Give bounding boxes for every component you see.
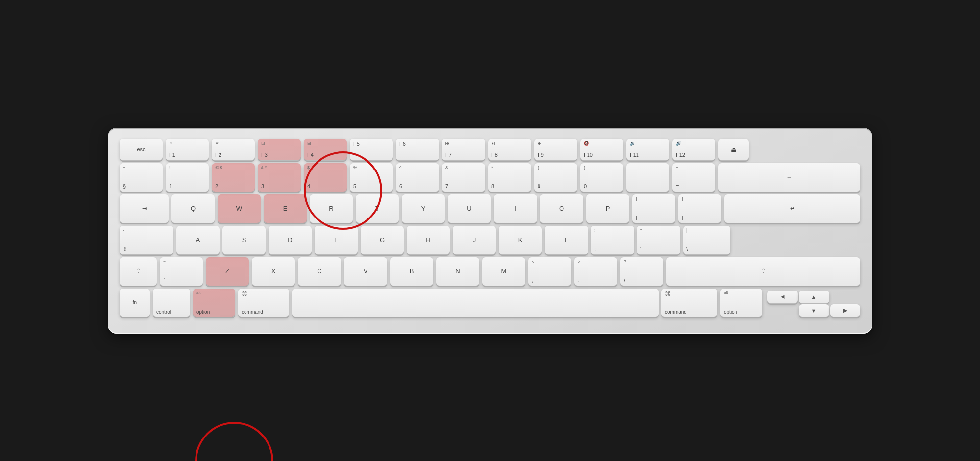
key-option-right[interactable]: alt option <box>720 289 762 317</box>
key-t[interactable]: T <box>356 194 399 223</box>
key-backslash[interactable]: | \ <box>683 226 730 254</box>
key-f[interactable]: F <box>315 226 358 254</box>
key-5[interactable]: % 5 <box>350 163 393 192</box>
key-a[interactable]: A <box>176 226 220 254</box>
key-f6-label: F6 <box>399 141 406 146</box>
key-3[interactable]: £ # 3 <box>258 163 301 192</box>
key-f5[interactable]: F5 <box>350 139 393 160</box>
key-g-label: G <box>380 236 385 243</box>
key-slash[interactable]: ? / <box>620 257 663 286</box>
key-c[interactable]: C <box>298 257 341 286</box>
key-s[interactable]: S <box>222 226 266 254</box>
key-equals-top: + <box>676 166 678 170</box>
key-f6[interactable]: F6 <box>396 139 439 160</box>
key-esc[interactable]: esc <box>120 139 163 160</box>
key-f11[interactable]: 🔉 F11 <box>626 139 669 160</box>
key-h[interactable]: H <box>407 226 450 254</box>
key-7[interactable]: & 7 <box>442 163 485 192</box>
key-rbracket-bottom: ] <box>682 215 683 220</box>
key-m[interactable]: M <box>482 257 525 286</box>
asdf-row: • ⇪ A S D F G H J <box>120 226 860 254</box>
key-f10[interactable]: 🔇 F10 <box>580 139 623 160</box>
key-2[interactable]: @ € 2 <box>212 163 255 192</box>
key-tilde-top: ± <box>123 166 125 170</box>
key-f9[interactable]: ⏭ F9 <box>534 139 577 160</box>
key-1[interactable]: ! 1 <box>166 163 209 192</box>
key-f7-label: F7 <box>445 152 452 158</box>
key-v[interactable]: V <box>344 257 387 286</box>
key-command-left[interactable]: ⌘ command <box>238 289 289 317</box>
key-8[interactable]: * 8 <box>488 163 531 192</box>
key-command-right-icon: ⌘ <box>665 291 671 297</box>
key-f3[interactable]: ⊡ F3 <box>258 139 301 160</box>
key-u[interactable]: U <box>448 194 491 223</box>
key-arrow-up-icon: ▲ <box>811 294 817 300</box>
key-f12[interactable]: 🔊 F12 <box>672 139 715 160</box>
key-t-label: T <box>375 205 379 212</box>
key-minus[interactable]: _ - <box>626 163 669 192</box>
key-5-bottom: 5 <box>353 184 356 189</box>
key-period[interactable]: > . <box>574 257 617 286</box>
key-grave[interactable]: ~ ` <box>160 257 203 286</box>
key-f8[interactable]: ⏯ F8 <box>488 139 531 160</box>
key-k[interactable]: K <box>499 226 542 254</box>
key-lbracket[interactable]: { [ <box>632 194 675 223</box>
key-i[interactable]: I <box>494 194 537 223</box>
key-quote[interactable]: " ' <box>637 226 680 254</box>
key-e[interactable]: E <box>264 194 307 223</box>
key-f7-icon: ⏮ <box>445 141 450 146</box>
key-z-label: Z <box>225 267 229 275</box>
key-0[interactable]: ) 0 <box>580 163 623 192</box>
key-period-bottom: . <box>578 278 579 283</box>
key-r[interactable]: R <box>310 194 353 223</box>
key-return[interactable]: ↵ <box>724 194 860 223</box>
key-comma[interactable]: < , <box>528 257 571 286</box>
key-b[interactable]: B <box>390 257 433 286</box>
key-arrow-down[interactable]: ▼ <box>799 304 829 317</box>
key-z[interactable]: Z <box>206 257 249 286</box>
key-rbracket[interactable]: } ] <box>678 194 721 223</box>
key-f1[interactable]: ☀ F1 <box>166 139 209 160</box>
key-delete[interactable]: ← <box>718 163 860 192</box>
key-fn[interactable]: fn <box>120 289 150 317</box>
key-quote-bottom: ' <box>640 246 641 252</box>
key-w[interactable]: W <box>218 194 261 223</box>
key-caps[interactable]: • ⇪ <box>120 226 173 254</box>
key-4[interactable]: $ 4 <box>304 163 347 192</box>
key-j[interactable]: J <box>453 226 496 254</box>
key-y[interactable]: Y <box>402 194 445 223</box>
key-equals[interactable]: + = <box>672 163 715 192</box>
key-command-right[interactable]: ⌘ command <box>662 289 717 317</box>
key-5-top: % <box>353 166 357 170</box>
key-g[interactable]: G <box>361 226 404 254</box>
key-6[interactable]: ^ 6 <box>396 163 439 192</box>
key-f4[interactable]: ⊞ F4 <box>304 139 347 160</box>
key-j-label: J <box>473 236 476 243</box>
key-control[interactable]: control <box>153 289 190 317</box>
key-n[interactable]: N <box>436 257 479 286</box>
key-semicolon[interactable]: : ; <box>591 226 634 254</box>
key-space[interactable] <box>292 289 659 317</box>
key-return-label: ↵ <box>790 205 795 212</box>
key-tab[interactable]: ⇥ <box>120 194 169 223</box>
key-x[interactable]: X <box>252 257 295 286</box>
key-shift-left[interactable]: ⇧ <box>120 257 157 286</box>
key-shift-right[interactable]: ⇧ <box>666 257 860 286</box>
key-tilde[interactable]: ± § <box>120 163 163 192</box>
key-9[interactable]: ( 9 <box>534 163 577 192</box>
key-q[interactable]: Q <box>172 194 215 223</box>
key-l[interactable]: L <box>545 226 588 254</box>
key-p[interactable]: P <box>586 194 629 223</box>
key-arrow-left[interactable]: ◀ <box>767 291 798 303</box>
key-arrow-right[interactable]: ▶ <box>830 304 860 317</box>
key-f7[interactable]: ⏮ F7 <box>442 139 485 160</box>
key-arrow-up[interactable]: ▲ <box>799 291 829 303</box>
key-f2[interactable]: ✶ F2 <box>212 139 255 160</box>
key-d[interactable]: D <box>269 226 312 254</box>
key-eject[interactable]: ⏏ <box>718 139 749 160</box>
key-o[interactable]: O <box>540 194 583 223</box>
key-option-left[interactable]: alt option <box>193 289 235 317</box>
key-k-label: K <box>518 236 523 243</box>
key-fn-label: fn <box>133 300 137 305</box>
keyboard-container: esc ☀ F1 ✶ F2 ⊡ F3 ⊞ F4 F5 F6 <box>108 128 872 334</box>
